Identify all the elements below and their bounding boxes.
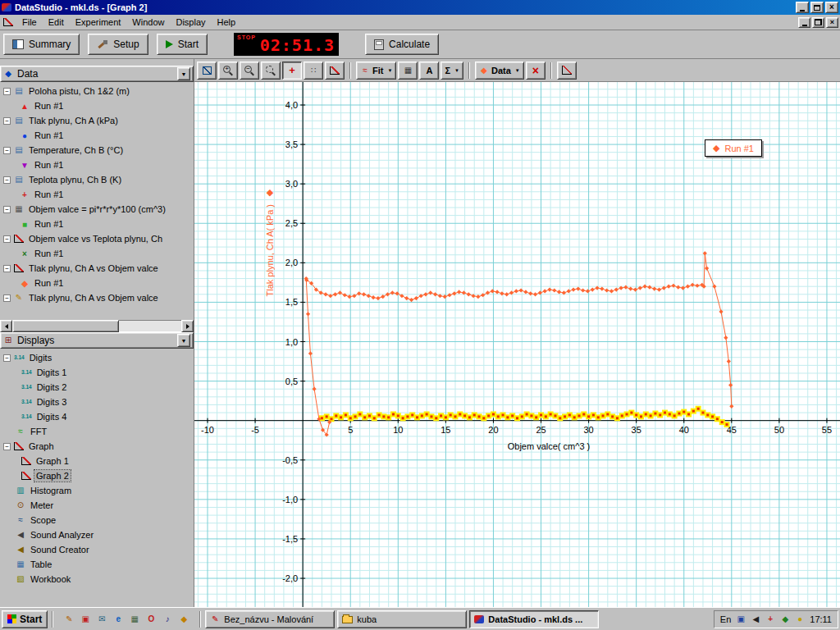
collapse-toggle[interactable]: − [3,117,11,125]
run-item[interactable]: ●Run #1 [0,128,194,143]
quick-launch-opera-icon[interactable]: O [144,612,158,627]
zoom-select-button[interactable] [261,62,281,80]
display-item[interactable]: ▦Table [0,557,194,572]
data-panel-menu-button[interactable]: ▼ [177,67,190,80]
display-child-item[interactable]: 3.14Digits 3 [0,395,194,409]
scroll-right-button[interactable] [181,320,194,332]
run-item[interactable]: ▼Run #1 [0,158,194,172]
titlebar[interactable]: DataStudio - mkl.ds - [Graph 2] × [0,0,840,15]
display-child-item[interactable]: Graph 1 [0,454,194,468]
summary-button[interactable]: Summary [3,34,80,55]
display-child-item[interactable]: Graph 2 [0,468,194,483]
remove-button[interactable]: × [526,62,546,80]
menu-item-window[interactable]: Window [126,16,170,29]
minimize-button[interactable] [796,2,809,13]
quick-launch-ie-icon[interactable]: e [111,612,126,627]
dropdown-arrow-icon[interactable]: ▼ [515,68,520,73]
tray-monitor-icon[interactable]: ▣ [735,614,746,625]
data-source-item[interactable]: −▤Teplota plynu, Ch B (K) [0,172,194,187]
data-source-item[interactable]: −Tlak plynu, Ch A vs Objem valce [0,261,194,276]
zoom-out-button[interactable]: − [240,62,259,80]
data-source-item[interactable]: −▦Objem valce = pi*r*r*y*100 (cm^3) [0,202,194,217]
display-child-item[interactable]: 3.14Digits 4 [0,409,194,424]
mdi-restore-button[interactable] [812,17,824,28]
calculate-button[interactable]: Calculate [365,34,439,55]
run-item[interactable]: ▲Run #1 [0,98,194,113]
statistics-button[interactable]: Σ▼ [441,62,463,80]
scrollbar-thumb[interactable] [12,320,119,332]
language-indicator[interactable]: En [720,614,731,624]
data-source-item[interactable]: −▤Temperature, Ch B (°C) [0,143,194,158]
tray-sync-icon[interactable]: ◆ [779,614,791,625]
dropdown-arrow-icon[interactable]: ▼ [387,68,392,73]
legend[interactable]: ◆ Run #1 [705,139,762,157]
menu-item-edit[interactable]: Edit [43,16,70,29]
collapse-toggle[interactable]: − [3,443,11,450]
data-source-item[interactable]: −Objem valce vs Teplota plynu, Ch [0,231,194,246]
displays-panel-menu-button[interactable]: ▼ [177,334,190,347]
annotation-button[interactable]: ∷ [304,62,323,80]
collapse-toggle[interactable]: − [3,294,11,302]
collapse-toggle[interactable]: − [3,176,11,184]
dropdown-arrow-icon[interactable]: ▼ [454,68,459,73]
maximize-button[interactable] [810,2,824,13]
text-tool-button[interactable]: A [419,62,439,80]
collapse-toggle[interactable]: − [3,206,11,213]
tray-alert-icon[interactable]: ● [794,614,806,625]
start-button[interactable]: Start [157,34,208,55]
display-item[interactable]: ◀Sound Creator [0,542,194,557]
display-item[interactable]: ≈FFT [0,424,194,439]
setup-button[interactable]: Setup [88,34,148,55]
display-item[interactable]: ≈Scope [0,513,194,527]
calculator-tool-button[interactable]: ▦ [398,62,418,80]
run-item[interactable]: ◆Run #1 [0,276,194,290]
display-item[interactable]: −Graph [0,439,194,454]
run-item[interactable]: ■Run #1 [0,217,194,231]
scale-to-fit-button[interactable] [197,62,217,80]
display-item[interactable]: ⊙Meter [0,498,194,513]
collapse-toggle[interactable]: − [3,147,11,154]
menu-item-help[interactable]: Help [212,16,242,29]
quick-launch-pen-icon[interactable]: ✎ [62,612,76,627]
tray-antivirus-icon[interactable]: + [765,614,776,625]
collapse-toggle[interactable]: − [3,235,11,243]
start-menu-button[interactable]: Start [2,610,48,628]
displays-panel-header[interactable]: ⊞ Displays ▼ [0,332,194,349]
data-source-item[interactable]: −✎Tlak plynu, Ch A vs Objem valce [0,290,194,305]
task-button[interactable]: ✎Bez_názvu - Malování [205,610,335,628]
quick-launch-diamond-icon[interactable]: ◆ [176,612,191,627]
quick-launch-grid-icon[interactable]: ▦ [127,612,142,627]
display-item[interactable]: ▧Workbook [0,572,194,587]
collapse-toggle[interactable]: − [3,354,11,362]
graph-settings-button[interactable] [557,62,577,80]
quick-launch-package-icon[interactable]: ▣ [78,612,93,627]
scroll-left-button[interactable] [0,320,12,332]
collapse-toggle[interactable]: − [3,88,11,95]
menu-item-experiment[interactable]: Experiment [70,16,127,29]
tray-volume-icon[interactable]: ◀ [750,614,761,625]
data-panel-header[interactable]: ◆ Data ▼ [0,66,194,82]
slope-tool-button[interactable] [325,62,345,80]
display-item[interactable]: −3.14Digits [0,350,194,365]
smart-tool-button[interactable]: + [282,62,302,80]
graph-canvas[interactable]: -10-55101520253035404550554,03,53,02,52,… [194,82,840,607]
data-source-item[interactable]: −▤Tlak plynu, Ch A (kPa) [0,113,194,128]
scrollbar-track[interactable] [12,320,181,332]
display-child-item[interactable]: 3.14Digits 2 [0,380,194,395]
data-menu-button[interactable]: ◆Data▼ [475,62,524,80]
collapse-toggle[interactable]: − [3,265,11,272]
display-child-item[interactable]: 3.14Digits 1 [0,365,194,380]
task-button[interactable]: DataStudio - mkl.ds ... [469,610,599,628]
data-source-item[interactable]: −▤Poloha pistu, Ch 1&2 (m) [0,84,194,98]
mdi-close-button[interactable]: × [826,17,838,28]
close-button[interactable]: × [825,2,838,13]
mdi-minimize-button[interactable] [798,17,810,28]
menu-item-file[interactable]: File [16,16,43,29]
run-item[interactable]: +Run #1 [0,187,194,202]
run-item[interactable]: ×Run #1 [0,246,194,261]
display-item[interactable]: ◀Sound Analyzer [0,527,194,542]
display-item[interactable]: ▥Histogram [0,483,194,498]
data-tree-hscrollbar[interactable] [0,320,194,332]
fit-menu-button[interactable]: ≈Fit▼ [356,62,396,80]
task-button[interactable]: kuba [337,610,467,628]
